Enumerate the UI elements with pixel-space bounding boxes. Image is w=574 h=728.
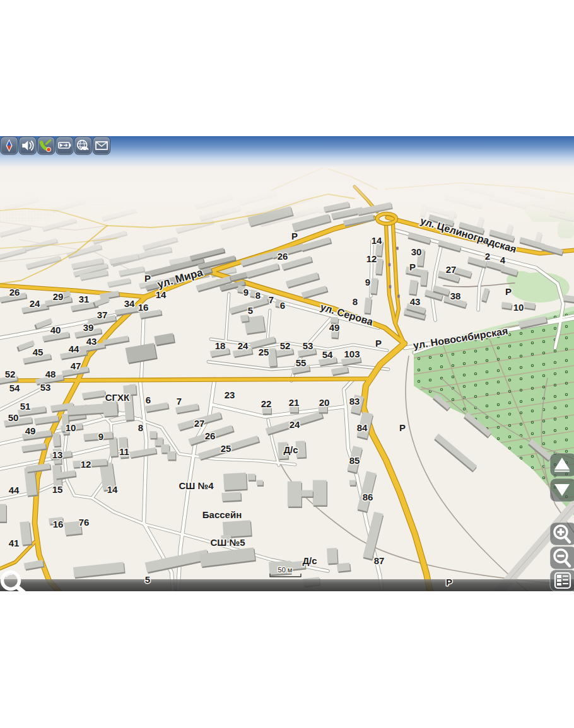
svg-text:P: P — [505, 286, 512, 297]
svg-text:52: 52 — [280, 340, 291, 351]
svg-text:16: 16 — [53, 519, 64, 529]
svg-text:24: 24 — [30, 298, 40, 309]
svg-text:15: 15 — [52, 484, 63, 495]
svg-text:49: 49 — [25, 425, 36, 436]
svg-text:P: P — [399, 422, 406, 433]
svg-text:22: 22 — [261, 398, 272, 409]
svg-text:P: P — [446, 577, 452, 587]
svg-text:СШ №4: СШ №4 — [179, 480, 214, 491]
svg-text:14: 14 — [156, 289, 167, 300]
svg-text:2: 2 — [485, 251, 490, 262]
svg-text:44: 44 — [69, 344, 79, 354]
svg-text:31: 31 — [79, 294, 90, 304]
svg-text:5: 5 — [248, 305, 253, 316]
svg-text:30: 30 — [411, 246, 422, 257]
svg-text:24: 24 — [290, 419, 300, 430]
svg-text:83: 83 — [349, 396, 360, 407]
svg-text:48: 48 — [45, 369, 56, 379]
svg-text:84: 84 — [357, 422, 368, 433]
svg-text:6: 6 — [146, 395, 151, 405]
svg-text:20: 20 — [319, 397, 330, 408]
svg-text:6: 6 — [280, 300, 285, 311]
svg-text:50 м: 50 м — [278, 566, 293, 574]
svg-text:25: 25 — [259, 347, 269, 357]
svg-text:27: 27 — [446, 264, 457, 275]
svg-text:50: 50 — [8, 412, 19, 423]
svg-text:13: 13 — [52, 449, 63, 460]
svg-text:26: 26 — [9, 287, 20, 298]
svg-text:43: 43 — [410, 296, 421, 307]
svg-text:P: P — [144, 273, 151, 284]
svg-text:7: 7 — [269, 294, 274, 305]
svg-text:41: 41 — [9, 538, 20, 548]
svg-text:27: 27 — [194, 418, 205, 429]
svg-text:12: 12 — [81, 459, 91, 470]
svg-text:53: 53 — [303, 340, 313, 351]
svg-text:38: 38 — [450, 291, 461, 301]
svg-text:54: 54 — [322, 349, 333, 360]
svg-text:39: 39 — [83, 322, 94, 333]
svg-text:11: 11 — [119, 446, 129, 457]
svg-text:87: 87 — [374, 555, 385, 566]
svg-text:16: 16 — [138, 302, 149, 313]
svg-text:34: 34 — [124, 298, 135, 309]
svg-text:7: 7 — [177, 396, 182, 407]
svg-text:85: 85 — [349, 455, 360, 466]
svg-text:9: 9 — [98, 431, 103, 442]
svg-text:Д/с: Д/с — [302, 555, 317, 566]
svg-text:12: 12 — [366, 253, 377, 264]
svg-text:40: 40 — [50, 325, 61, 335]
svg-text:103: 103 — [344, 349, 360, 359]
svg-text:45: 45 — [33, 347, 44, 357]
svg-text:СГХК: СГХК — [105, 392, 130, 403]
svg-text:Бассейн: Бассейн — [202, 509, 242, 520]
svg-text:5: 5 — [145, 574, 150, 585]
svg-text:9: 9 — [365, 277, 370, 287]
svg-text:44: 44 — [9, 485, 20, 495]
svg-text:54: 54 — [9, 383, 20, 393]
svg-text:26: 26 — [278, 251, 288, 262]
svg-text:76: 76 — [79, 517, 90, 528]
svg-text:8: 8 — [255, 290, 261, 301]
svg-text:8: 8 — [353, 296, 358, 307]
svg-text:9: 9 — [243, 287, 249, 298]
svg-text:P: P — [375, 338, 382, 349]
svg-text:55: 55 — [296, 357, 307, 368]
svg-text:СШ №5: СШ №5 — [210, 537, 245, 548]
svg-text:49: 49 — [329, 322, 340, 333]
svg-text:21: 21 — [289, 397, 300, 408]
svg-text:Д/с: Д/с — [283, 444, 298, 455]
svg-text:43: 43 — [86, 336, 97, 347]
svg-text:18: 18 — [215, 340, 226, 351]
svg-text:52: 52 — [5, 369, 16, 379]
svg-text:P: P — [409, 262, 416, 272]
svg-text:53: 53 — [40, 382, 51, 393]
svg-text:51: 51 — [20, 401, 31, 412]
svg-text:26: 26 — [205, 430, 216, 441]
svg-text:25: 25 — [221, 443, 231, 454]
svg-text:23: 23 — [225, 390, 235, 400]
svg-text:29: 29 — [53, 291, 64, 302]
svg-text:86: 86 — [363, 492, 373, 502]
svg-text:14: 14 — [372, 235, 382, 246]
svg-text:8: 8 — [138, 422, 143, 433]
svg-text:10: 10 — [513, 302, 524, 313]
svg-text:4: 4 — [500, 255, 506, 265]
svg-text:14: 14 — [107, 484, 118, 495]
svg-text:10: 10 — [66, 422, 76, 433]
svg-text:24: 24 — [238, 340, 249, 351]
svg-text:47: 47 — [71, 361, 81, 371]
svg-text:37: 37 — [97, 309, 108, 320]
svg-text:P: P — [291, 231, 298, 241]
